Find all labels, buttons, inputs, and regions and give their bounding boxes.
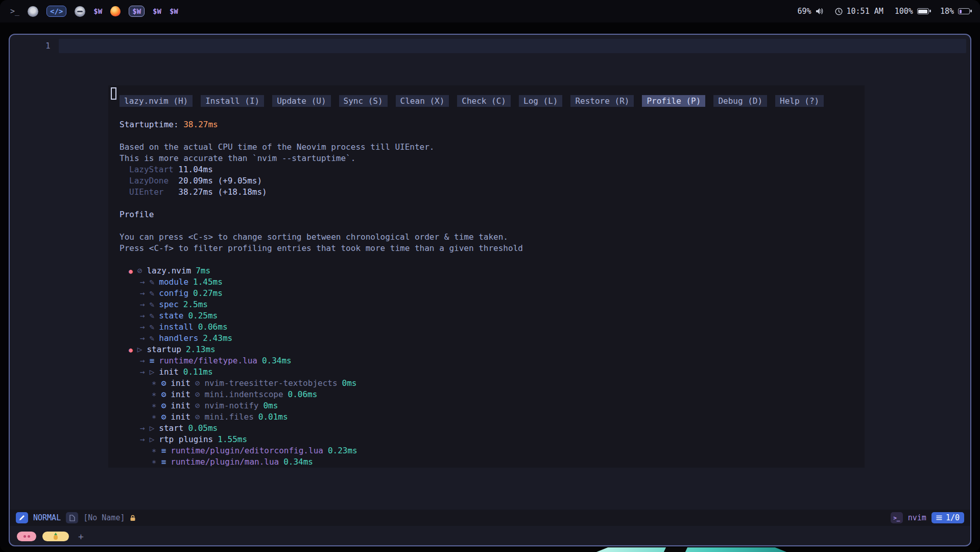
profile-tree-row[interactable]: ∗⚙init⊘mini.indentscope0.06ms (119, 389, 861, 400)
battery-main-percent: 100% (895, 7, 913, 16)
workspace-icon-1[interactable]: $W (93, 7, 102, 15)
clock-time: 10:51 AM (847, 7, 883, 16)
entry-name: state (159, 311, 183, 320)
wallpaper-art (596, 547, 786, 552)
file-badge (66, 512, 78, 523)
entry-time: 0ms (263, 401, 278, 410)
timing-label: LazyStart (129, 164, 178, 175)
source-icon: ≡ (150, 356, 155, 365)
profile-tree-row[interactable]: →✎handlers2.43ms (119, 333, 861, 344)
entry-time: 2.5ms (183, 300, 208, 309)
battery-secondary-fill (960, 10, 962, 13)
lazy-tab-sync[interactable]: Sync (S) (339, 95, 388, 107)
desc-lines-line: This is more accurate than `nvim --start… (119, 153, 861, 164)
arrow-icon: → (140, 333, 145, 343)
desc-lines-line: Based on the actual CPU time of the Neov… (119, 142, 861, 153)
profile-tree-row[interactable]: →▷rtp plugins1.55ms (119, 434, 861, 445)
wallpaper-art-shadow (664, 547, 687, 552)
battery-secondary-group: 18% (940, 7, 970, 16)
line-number: 1 (45, 41, 51, 51)
profile-tree-row[interactable]: ∗≡runtime/plugin/editorconfig.lua0.23ms (119, 445, 861, 456)
entry-time: 0.25ms (188, 311, 218, 320)
battery-main-icon (917, 8, 929, 14)
star-icon: ∗ (152, 446, 157, 455)
clock-group: 10:51 AM (835, 7, 883, 16)
profile-tree-row[interactable]: ●⊘lazy.nvim7ms (119, 265, 861, 277)
workspace-icon-2-active[interactable]: $W (129, 6, 145, 17)
startuptime-value: 38.27ms (183, 120, 218, 129)
arrow-icon: → (140, 300, 145, 309)
browser-flame-icon[interactable] (110, 6, 121, 16)
profile-tree-row[interactable]: ∗⚙init⊘nvim-treesitter-textobjects0ms (119, 378, 861, 389)
star-icon: ∗ (152, 378, 157, 388)
statusline-left: NORMAL [No Name] (16, 512, 136, 523)
lines-icon (936, 515, 942, 520)
profile-tree-row[interactable]: →≡runtime/filetype.lua0.34ms (119, 355, 861, 366)
terminal-tab-pineapple[interactable] (42, 532, 69, 541)
new-tab-button[interactable]: + (78, 531, 84, 542)
entry-time: 0.11ms (183, 367, 213, 377)
screen: >_ </> $W $W $W $W 69% 10:51 AM 100% (0, 0, 980, 552)
entry-name: mini.files (204, 412, 253, 422)
entry-time: 0.06ms (288, 389, 318, 399)
volume-group: 69% (797, 7, 823, 16)
timing-value: 20.09ms (+9.05ms) (178, 176, 262, 186)
menu-bar-status: 69% 10:51 AM 100% 18% (786, 7, 970, 16)
profile-tree-row[interactable]: →▷init0.11ms (119, 366, 861, 378)
battery-main-group: 100% (895, 7, 929, 16)
entry-name: runtime/filetype.lua (159, 356, 257, 365)
lazy-tab-clean[interactable]: Clean (X) (396, 95, 449, 107)
statusline: NORMAL [No Name] >_ nvim 1/0 (10, 510, 970, 526)
lazy-tab-profile[interactable]: Profile (P) (642, 95, 705, 107)
workspace-icon-3[interactable]: $W (153, 7, 161, 15)
app-icon-2[interactable] (75, 6, 85, 17)
pen-icon: ✎ (150, 322, 155, 332)
entry-name: start (159, 423, 183, 433)
battery-secondary-percent: 18% (940, 7, 954, 16)
entry-name: spec (159, 300, 179, 309)
star-icon: ∗ (152, 401, 157, 410)
battery-secondary-icon (958, 8, 970, 14)
terminal-prompt-icon[interactable]: >_ (10, 7, 19, 16)
bullet-icon: ● (129, 267, 133, 275)
lazy-tab-check[interactable]: Check (C) (457, 95, 511, 107)
entry-name: module (159, 277, 188, 287)
timing-row: LazyStart11.04ms (119, 164, 861, 175)
pen-icon: ✎ (150, 333, 155, 343)
profile-tree-row[interactable]: ∗≡runtime/plugin/man.lua0.34ms (119, 456, 861, 468)
ruler-pill: 1/0 (931, 512, 964, 523)
code-app-icon[interactable]: </> (46, 6, 66, 17)
profile-tree-row[interactable]: ∗⚙init⊘nvim-notify0ms (119, 400, 861, 411)
profile-tree-row[interactable]: →✎spec2.5ms (119, 299, 861, 310)
lazy-tab-restore[interactable]: Restore (R) (570, 95, 634, 107)
profile-tree-row[interactable]: →✎install0.06ms (119, 321, 861, 333)
lazy-tab-update[interactable]: Update (U) (272, 95, 330, 107)
entry-name: nvim-treesitter-textobjects (204, 378, 337, 388)
speaker-icon[interactable] (816, 8, 824, 15)
profile-tree-row[interactable]: →▷start0.05ms (119, 423, 861, 434)
entry-time: 0.05ms (188, 423, 218, 433)
entry-time: 0.34ms (283, 457, 313, 467)
terminal-tab-pink[interactable] (17, 532, 36, 541)
entry-name: runtime/plugin/man.lua (171, 457, 279, 467)
workspace-icon-4[interactable]: $W (170, 7, 178, 15)
lazy-tab-bar: lazy.nvim (H)Install (I)Update (U)Sync (… (119, 95, 824, 107)
mode-badge (16, 512, 28, 523)
lazy-tab-log[interactable]: Log (L) (519, 95, 562, 107)
profile-tree-row[interactable]: →✎config0.27ms (119, 288, 861, 299)
profile-tree-row[interactable]: →✎state0.25ms (119, 310, 861, 321)
timing-value: 11.04ms (178, 165, 212, 174)
lazy-tab-debug[interactable]: Debug (D) (713, 95, 767, 107)
pencil-icon (19, 515, 25, 521)
source-icon: ≡ (161, 457, 166, 467)
lazy-tab-lazy.nvim[interactable]: lazy.nvim (H) (119, 95, 193, 107)
profile-tree-row[interactable]: →✎module1.45ms (119, 277, 861, 288)
pen-icon: ✎ (150, 311, 155, 320)
entry-time: 1.55ms (218, 434, 247, 444)
app-icon-1[interactable] (28, 6, 38, 17)
lazy-tab-help[interactable]: Help (?) (775, 95, 824, 107)
profile-tree-row[interactable]: ●▷startup2.13ms (119, 344, 861, 355)
profile-tree-row[interactable]: ∗⚙init⊘mini.files0.01ms (119, 411, 861, 423)
lazy-tab-install[interactable]: Install (I) (201, 95, 264, 107)
entry-prefix: init (171, 378, 190, 388)
